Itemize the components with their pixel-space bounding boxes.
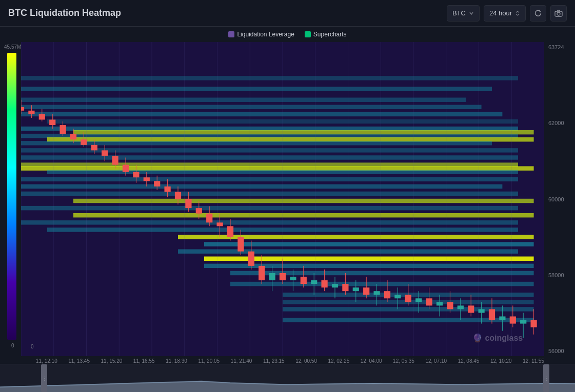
camera-icon — [554, 9, 563, 17]
legend-dot-liquidation — [228, 31, 234, 37]
legend-label-supercharts: Supercharts — [313, 31, 347, 38]
y-axis-min-label: 0 — [11, 343, 14, 348]
x-label-4: 11, 18:30 — [166, 358, 187, 364]
chevron-down-icon — [469, 11, 474, 16]
x-label-7: 11, 23:15 — [263, 358, 285, 364]
x-label-2: 11, 15:20 — [101, 358, 123, 364]
minimap-canvas — [0, 364, 575, 392]
x-axis-zero: 0 — [31, 344, 34, 349]
x-label-10: 12, 04:00 — [361, 358, 382, 364]
y-label-58000: 58000 — [548, 272, 564, 278]
x-label-1: 11, 13:45 — [68, 358, 90, 364]
legend-item-supercharts: Supercharts — [305, 31, 347, 38]
x-label-0: 11, 12:10 — [36, 358, 57, 364]
heatmap-canvas — [21, 42, 544, 356]
refresh-button[interactable] — [530, 5, 546, 22]
y-axis-right: 63724 62000 60000 58000 56000 — [544, 42, 575, 356]
app-root: BTC Liquidation Heatmap BTC 24 hour — [0, 0, 575, 392]
color-scale-bar — [7, 53, 16, 340]
svg-point-1 — [557, 12, 560, 15]
x-label-13: 12, 08:45 — [458, 358, 480, 364]
screenshot-button[interactable] — [550, 5, 567, 22]
y-label-56000: 56000 — [548, 348, 564, 354]
chart-area: Liquidation Leverage Supercharts 45.57M … — [0, 27, 575, 392]
handle-dots-right: ⋮ — [544, 376, 549, 381]
minimap[interactable]: ⋮ ⋮ — [0, 364, 575, 392]
y-axis-max-label: 45.57M — [4, 44, 21, 50]
legend-item-liquidation: Liquidation Leverage — [228, 31, 294, 38]
header: BTC Liquidation Heatmap BTC 24 hour — [0, 0, 575, 27]
legend-dot-supercharts — [305, 31, 311, 37]
page-title: BTC Liquidation Heatmap — [8, 8, 447, 18]
x-label-5: 11, 20:05 — [198, 358, 220, 364]
x-label-15: 12, 11:55 — [523, 358, 544, 364]
timeframe-value: 24 hour — [489, 9, 512, 17]
left-panel: 45.57M 0 — [0, 42, 21, 356]
asset-dropdown[interactable]: BTC — [447, 5, 480, 22]
x-label-12: 12, 07:10 — [425, 358, 447, 364]
legend: Liquidation Leverage Supercharts — [0, 27, 575, 42]
chevron-updown-icon — [515, 11, 520, 16]
minimap-handle-right[interactable]: ⋮ — [543, 364, 549, 392]
handle-dots-left: ⋮ — [42, 376, 47, 381]
x-label-9: 12, 02:25 — [328, 358, 350, 364]
x-axis: 11, 12:10 11, 13:45 11, 15:20 11, 16:55 … — [0, 356, 575, 364]
x-label-3: 11, 16:55 — [133, 358, 155, 364]
x-label-11: 12, 05:35 — [393, 358, 414, 364]
heatmap-chart[interactable] — [21, 42, 544, 356]
x-axis-container: 0 11, 12:10 11, 13:45 11, 15:20 11, 16:5… — [0, 356, 575, 364]
asset-value: BTC — [452, 9, 466, 17]
y-label-63724: 63724 — [548, 44, 564, 50]
legend-label-liquidation: Liquidation Leverage — [237, 31, 294, 38]
timeframe-dropdown[interactable]: 24 hour — [484, 5, 526, 22]
x-label-6: 11, 21:40 — [231, 358, 252, 364]
controls: BTC 24 hour — [447, 5, 567, 22]
y-label-60000: 60000 — [548, 196, 564, 202]
x-label-14: 12, 10:20 — [490, 358, 512, 364]
y-label-62000: 62000 — [548, 120, 564, 126]
refresh-icon — [534, 9, 542, 17]
main-chart-container: 45.57M 0 63724 62000 60000 58000 56000 — [0, 42, 575, 356]
x-label-8: 12, 00:50 — [295, 358, 317, 364]
minimap-handle-left[interactable]: ⋮ — [41, 364, 47, 392]
